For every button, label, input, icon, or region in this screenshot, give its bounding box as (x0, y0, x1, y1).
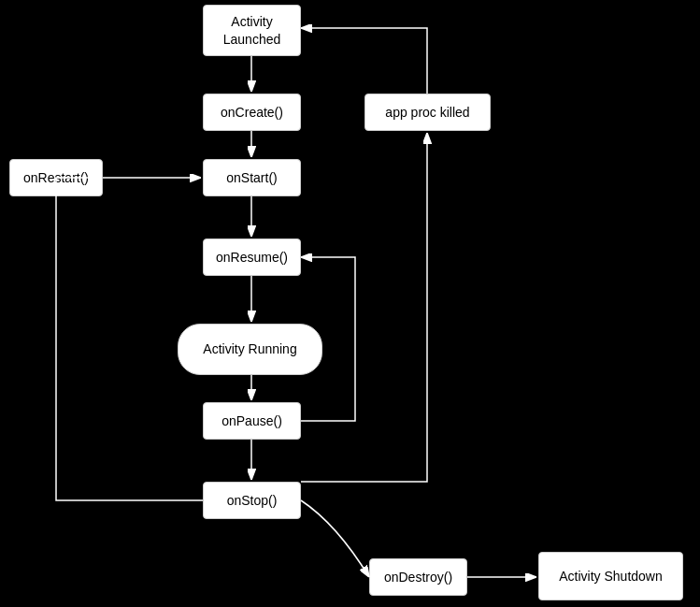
on-stop-node: onStop() (203, 482, 301, 519)
app-proc-killed-node: app proc killed (364, 94, 491, 131)
activity-shutdown-node: Activity Shutdown (538, 552, 683, 600)
on-restart-node: onRestart() (9, 159, 103, 196)
on-pause-node: onPause() (203, 402, 301, 440)
app-proc-killed-label: app proc killed (385, 104, 469, 121)
on-start-label: onStart() (226, 169, 277, 186)
on-start-node: onStart() (203, 159, 301, 196)
on-stop-label: onStop() (227, 492, 278, 509)
on-create-node: onCreate() (203, 94, 301, 131)
activity-launched-node: Activity Launched (203, 5, 301, 56)
activity-shutdown-label: Activity Shutdown (559, 568, 663, 585)
on-pause-label: onPause() (221, 412, 282, 429)
on-resume-node: onResume() (203, 238, 301, 276)
on-destroy-node: onDestroy() (369, 558, 467, 596)
activity-running-label: Activity Running (203, 340, 296, 357)
activity-running-node: Activity Running (178, 324, 322, 375)
activity-launched-label: Activity Launched (223, 13, 281, 47)
flow-arrows (0, 0, 700, 607)
on-destroy-label: onDestroy() (384, 569, 452, 585)
on-create-label: onCreate() (221, 104, 283, 121)
on-resume-label: onResume() (216, 249, 288, 266)
on-restart-label: onRestart() (23, 169, 89, 186)
